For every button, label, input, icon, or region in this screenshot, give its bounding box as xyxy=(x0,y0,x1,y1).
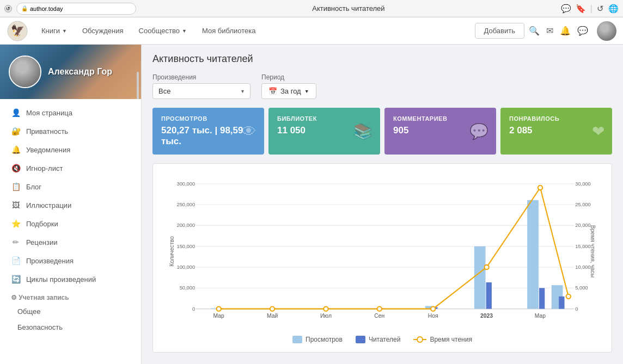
legend-time: Время чтения xyxy=(413,336,472,343)
sidebar: Александр Гор 👤 Моя страница 🔐 Приватнос… xyxy=(0,45,142,364)
filter-works-select[interactable]: Все xyxy=(152,83,251,99)
nav-discussions[interactable]: Обсуждения xyxy=(76,22,130,39)
url-text: author.today xyxy=(30,5,63,12)
svg-text:150,000: 150,000 xyxy=(176,244,195,249)
svg-text:🦅: 🦅 xyxy=(11,24,25,37)
sidebar-item-cycles[interactable]: 🔄 Циклы произведений xyxy=(0,270,141,288)
sidebar-section-account: ⚙ Учетная запись xyxy=(0,288,141,304)
nav-books[interactable]: Книги ▼ xyxy=(35,22,74,39)
notification-icon[interactable]: 🔔 xyxy=(560,26,571,36)
filter-works-group: Произведения Все xyxy=(152,73,251,99)
svg-text:30,000: 30,000 xyxy=(575,181,590,187)
svg-point-51 xyxy=(323,307,328,311)
stats-cards: ПРОСМОТРОВ 520,27 тыс. | 98,59 тыс. 👁 БИ… xyxy=(152,108,612,155)
chart-svg: Количество Время чтения, часы 0 50,000 1… xyxy=(162,172,603,330)
svg-rect-48 xyxy=(559,297,564,309)
sidebar-avatar xyxy=(9,55,41,88)
message-icon[interactable]: 💬 xyxy=(577,26,588,36)
svg-text:300,000: 300,000 xyxy=(176,181,195,187)
svg-text:Ноя: Ноя xyxy=(428,313,438,319)
sidebar-item-reviews[interactable]: ✏ Рецензии xyxy=(0,233,141,251)
svg-text:Июл: Июл xyxy=(320,313,332,319)
legend-views-color xyxy=(292,336,302,343)
browser-controls: ↺ xyxy=(4,5,12,13)
svg-point-55 xyxy=(538,186,542,190)
stat-card-libraries: БИБЛИОТЕК 11 050 📚 xyxy=(268,108,380,155)
svg-text:Сен: Сен xyxy=(374,313,384,319)
svg-rect-45 xyxy=(527,200,539,309)
chat-icon[interactable]: 💬 xyxy=(561,4,571,14)
stat-card-views: ПРОСМОТРОВ 520,27 тыс. | 98,59 тыс. 👁 xyxy=(152,108,264,155)
svg-rect-43 xyxy=(474,246,486,309)
chevron-down-icon: ▼ xyxy=(182,28,187,34)
sidebar-item-illustrations[interactable]: 🖼 Иллюстрации xyxy=(0,196,141,214)
globe-icon[interactable]: 🌐 xyxy=(608,4,619,14)
sidebar-subitem-general[interactable]: Общее xyxy=(0,304,141,319)
mute-icon: 🔇 xyxy=(11,164,21,172)
page-title: Активность читателей xyxy=(152,53,612,65)
bookmark-icon[interactable]: 🔖 xyxy=(576,4,586,14)
nav-community[interactable]: Сообщество ▼ xyxy=(132,22,193,39)
bell-icon: 🔔 xyxy=(11,145,21,154)
user-avatar[interactable] xyxy=(597,21,616,41)
filter-period-select[interactable]: 📅 За год ▼ xyxy=(261,83,316,99)
legend-views-label: Просмотров xyxy=(306,336,343,343)
svg-text:0: 0 xyxy=(575,306,578,312)
refresh-button[interactable]: ↺ xyxy=(4,5,12,13)
svg-text:Время чтения, часы: Время чтения, часы xyxy=(590,225,596,277)
avatar-image xyxy=(10,57,40,87)
add-button[interactable]: Добавить xyxy=(475,23,524,39)
pen-icon: ✏ xyxy=(11,238,21,246)
reload-icon[interactable]: ↺ xyxy=(597,4,604,14)
svg-text:200,000: 200,000 xyxy=(176,223,195,228)
cycle-icon: 🔄 xyxy=(11,275,21,283)
sidebar-item-ignorelist[interactable]: 🔇 Игнор-лист xyxy=(0,159,141,177)
svg-text:250,000: 250,000 xyxy=(176,202,195,207)
filter-period-label: Период xyxy=(261,73,316,81)
svg-text:Мар: Мар xyxy=(213,313,224,319)
chevron-down-icon: ▼ xyxy=(62,28,67,34)
sidebar-item-works[interactable]: 📄 Произведения xyxy=(0,251,141,270)
legend-readers: Читателей xyxy=(356,336,401,343)
sidebar-nav: 👤 Моя страница 🔐 Приватность 🔔 Уведомлен… xyxy=(0,99,141,340)
app-logo[interactable]: 🦅 xyxy=(7,20,28,42)
blog-icon: 📋 xyxy=(11,182,21,191)
sidebar-item-privacy[interactable]: 🔐 Приватность xyxy=(0,122,141,140)
nav-library[interactable]: Моя библиотека xyxy=(196,22,262,39)
svg-text:20,000: 20,000 xyxy=(575,223,590,228)
svg-text:0: 0 xyxy=(192,306,195,312)
legend-readers-label: Читателей xyxy=(369,336,401,343)
sidebar-item-mypage[interactable]: 👤 Моя страница xyxy=(0,103,141,122)
svg-text:5,000: 5,000 xyxy=(575,285,588,291)
address-bar[interactable]: 🔒 author.today xyxy=(16,3,136,15)
filter-works-wrapper: Все xyxy=(152,83,251,99)
books-icon: 📚 xyxy=(353,122,372,140)
browser-tab-title: Активность читателей xyxy=(141,4,557,13)
search-icon[interactable]: 🔍 xyxy=(529,26,540,36)
mail-icon[interactable]: ✉ xyxy=(546,26,553,36)
chart-container: Количество Время чтения, часы 0 50,000 1… xyxy=(152,163,612,353)
comment-icon: 💬 xyxy=(469,122,488,140)
stat-card-likes: ПОНРАВИЛОСЬ 2 085 ❤ xyxy=(500,108,612,155)
svg-text:50,000: 50,000 xyxy=(180,285,195,291)
heart-icon: ❤ xyxy=(592,122,604,140)
time-line xyxy=(219,188,569,309)
svg-rect-44 xyxy=(486,282,492,309)
svg-text:2023: 2023 xyxy=(480,313,493,319)
legend-time-line xyxy=(413,339,426,340)
eye-icon: 👁 xyxy=(241,122,256,140)
star-icon: ⭐ xyxy=(11,219,21,228)
svg-point-50 xyxy=(270,307,274,311)
stat-card-comments: КОММЕНТАРИЕВ 905 💬 xyxy=(384,108,496,155)
sidebar-header: Александр Гор xyxy=(0,45,141,99)
privacy-icon: 🔐 xyxy=(11,127,21,135)
sidebar-item-blog[interactable]: 📋 Блог xyxy=(0,177,141,196)
filter-period-group: Период 📅 За год ▼ xyxy=(261,73,316,99)
legend-views: Просмотров xyxy=(292,336,343,343)
sidebar-subitem-security[interactable]: Безопасность xyxy=(0,319,141,335)
svg-point-54 xyxy=(484,265,488,269)
sidebar-item-collections[interactable]: ⭐ Подборки xyxy=(0,214,141,233)
svg-point-56 xyxy=(566,294,571,299)
sidebar-item-notifications[interactable]: 🔔 Уведомления xyxy=(0,140,141,159)
lock-icon: 🔒 xyxy=(21,5,28,11)
